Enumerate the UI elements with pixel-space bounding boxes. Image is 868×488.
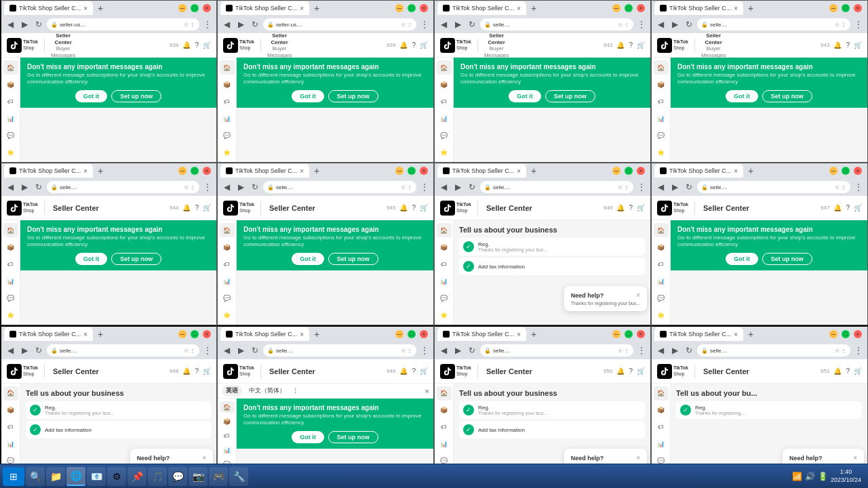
cart-button[interactable]: 🛒: [637, 41, 645, 49]
browser-tab-w5[interactable]: TikTok Shop Seller C...×: [4, 164, 93, 178]
forward-button[interactable]: ▶: [235, 18, 247, 30]
address-bar[interactable]: 🔒selle....☆ ⋮: [47, 344, 199, 357]
close-button[interactable]: ×: [420, 167, 428, 175]
taskbar-folder[interactable]: 📁: [46, 467, 65, 486]
popup-close-button[interactable]: ×: [853, 454, 857, 462]
minimize-button[interactable]: ─: [178, 4, 186, 12]
sidebar-icon-0[interactable]: 🏠: [3, 386, 18, 401]
sidebar-icon-4[interactable]: 💬: [3, 128, 18, 142]
sidebar-icon-4[interactable]: 💬: [654, 128, 669, 142]
tab-close-button[interactable]: ×: [83, 5, 87, 12]
minimize-button[interactable]: ─: [829, 4, 837, 12]
address-bar[interactable]: 🔒selle....☆ ⋮: [697, 181, 850, 193]
tab-close-button[interactable]: ×: [83, 331, 87, 338]
sidebar-icon-4[interactable]: 💬: [3, 291, 18, 305]
set-up-now-button[interactable]: Set up now: [762, 90, 812, 102]
back-button[interactable]: ◀: [220, 18, 233, 30]
new-tab-button[interactable]: +: [311, 165, 322, 176]
address-bar[interactable]: 🔒selle....☆ ⋮: [47, 181, 199, 193]
taskbar-extra1[interactable]: 📌: [127, 467, 146, 486]
back-button[interactable]: ◀: [654, 18, 667, 30]
sidebar-icon-3[interactable]: 📊: [220, 445, 235, 456]
address-bar[interactable]: 🔒seller-us....☆ ⋮: [47, 18, 199, 30]
sidebar-icon-2[interactable]: 🏷: [437, 94, 452, 108]
minimize-button[interactable]: ─: [612, 167, 620, 175]
tab-close-button[interactable]: ×: [83, 167, 87, 175]
got-it-button[interactable]: Got it: [292, 253, 324, 265]
sidebar-icon-3[interactable]: 📊: [220, 274, 235, 288]
sidebar-icon-2[interactable]: 🏷: [654, 94, 669, 108]
got-it-button[interactable]: Got it: [726, 90, 758, 102]
forward-button[interactable]: ▶: [18, 181, 31, 193]
sidebar-icon-2[interactable]: 🏷: [220, 430, 235, 441]
minimize-button[interactable]: ─: [395, 167, 403, 175]
help-button[interactable]: ?: [195, 367, 199, 375]
setup-item-1[interactable]: ✓Add tax information: [459, 421, 645, 439]
sidebar-icon-5[interactable]: ⭐: [437, 145, 452, 159]
forward-button[interactable]: ▶: [669, 344, 681, 357]
sidebar-icon-3[interactable]: 📊: [3, 274, 18, 288]
sidebar-icon-4[interactable]: 💬: [220, 291, 235, 305]
popup-close-button[interactable]: ×: [202, 454, 206, 462]
sidebar-icon-2[interactable]: 🏷: [220, 94, 235, 108]
browser-menu-button[interactable]: ⋮: [635, 344, 648, 357]
maximize-button[interactable]: □: [408, 330, 416, 338]
forward-button[interactable]: ▶: [452, 18, 464, 30]
address-bar[interactable]: 🔒selle....☆ ⋮: [480, 344, 633, 357]
forward-button[interactable]: ▶: [235, 344, 247, 357]
new-tab-button[interactable]: +: [528, 165, 539, 176]
refresh-button[interactable]: ↻: [466, 18, 478, 30]
cart-button[interactable]: 🛒: [637, 367, 645, 375]
close-button[interactable]: ×: [854, 167, 862, 175]
address-bar[interactable]: 🔒selle....☆ ⋮: [697, 344, 850, 357]
taskbar-browser[interactable]: 🌐: [66, 467, 85, 486]
refresh-button[interactable]: ↻: [33, 18, 45, 30]
seller-nav-item-0[interactable]: SellerCenter: [699, 33, 728, 45]
start-button[interactable]: ⊞: [3, 467, 24, 486]
sidebar-icon-4[interactable]: 💬: [437, 291, 452, 305]
maximize-button[interactable]: □: [625, 167, 633, 175]
help-button[interactable]: ?: [629, 204, 633, 211]
seller-nav-item-0[interactable]: SellerCenter: [49, 33, 77, 45]
browser-tab-w12[interactable]: TikTok Shop Seller C...×: [654, 327, 743, 341]
forward-button[interactable]: ▶: [18, 344, 31, 357]
address-bar[interactable]: 🔒selle....☆ ⋮: [697, 18, 850, 30]
sidebar-icon-1[interactable]: 📦: [654, 77, 669, 92]
sidebar-icon-0[interactable]: 🏠: [3, 60, 18, 75]
new-tab-button[interactable]: +: [745, 165, 756, 176]
got-it-button[interactable]: Got it: [292, 431, 324, 443]
notification-bell[interactable]: 🔔: [182, 41, 191, 49]
minimize-button[interactable]: ─: [178, 330, 186, 338]
seller-nav-item-0[interactable]: SellerCenter: [482, 33, 511, 45]
sidebar-icon-5[interactable]: ⭐: [654, 308, 669, 322]
got-it-button[interactable]: Got it: [509, 90, 541, 102]
got-it-button[interactable]: Got it: [75, 253, 108, 265]
tab-close-button[interactable]: ×: [734, 167, 738, 175]
help-button[interactable]: ?: [629, 41, 633, 49]
browser-menu-button[interactable]: ⋮: [418, 18, 431, 30]
sidebar-icon-1[interactable]: 📦: [654, 403, 669, 418]
maximize-button[interactable]: □: [191, 4, 199, 12]
sidebar-icon-1[interactable]: 📦: [437, 403, 452, 418]
tab-close-button[interactable]: ×: [734, 5, 738, 12]
lang-bar-close[interactable]: ×: [425, 387, 429, 395]
refresh-button[interactable]: ↻: [466, 181, 478, 193]
browser-menu-button[interactable]: ⋮: [852, 181, 865, 193]
back-button[interactable]: ◀: [437, 181, 450, 193]
tab-close-button[interactable]: ×: [300, 167, 304, 175]
close-button[interactable]: ×: [637, 4, 645, 12]
cart-button[interactable]: 🛒: [203, 41, 211, 49]
set-up-now-button[interactable]: Set up now: [111, 90, 161, 102]
maximize-button[interactable]: □: [842, 330, 850, 338]
sidebar-icon-3[interactable]: 📊: [654, 111, 669, 125]
help-button[interactable]: ?: [195, 41, 199, 49]
sidebar-icon-5[interactable]: ⭐: [220, 145, 235, 159]
sidebar-icon-0[interactable]: 🏠: [437, 223, 452, 237]
close-button[interactable]: ×: [854, 4, 862, 12]
sidebar-icon-1[interactable]: 📦: [220, 240, 235, 254]
cart-button[interactable]: 🛒: [637, 204, 645, 211]
browser-tab-w7[interactable]: TikTok Shop Seller C...×: [437, 164, 526, 178]
back-button[interactable]: ◀: [4, 181, 16, 193]
back-button[interactable]: ◀: [4, 344, 16, 357]
minimize-button[interactable]: ─: [395, 4, 403, 12]
